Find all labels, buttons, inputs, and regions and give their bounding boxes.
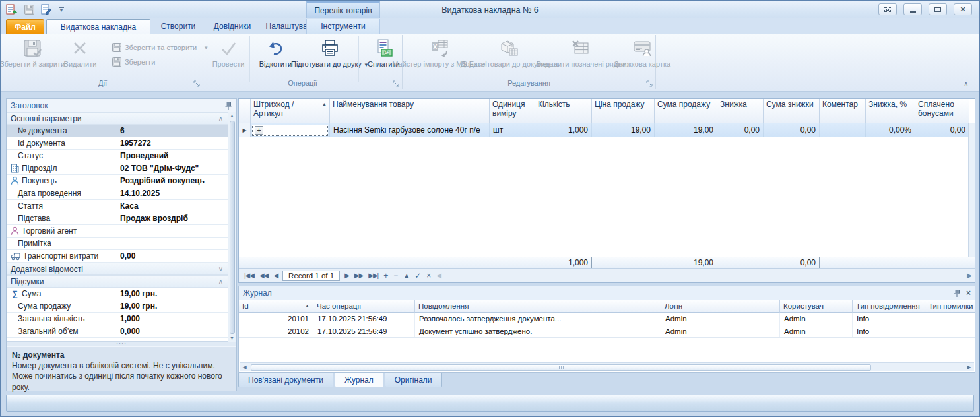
section-extra-info[interactable]: Додаткові відомості ∨ [7, 263, 236, 275]
next-page-button[interactable]: ▶▶ [352, 272, 366, 279]
dialog-launcher-icon[interactable] [646, 80, 653, 88]
field-transport-costs[interactable]: Транспортні витрати 0,00 [7, 250, 228, 263]
save-button[interactable]: Зберегти [109, 55, 211, 69]
expand-plus-icon[interactable]: + [255, 126, 263, 135]
journal-row[interactable]: 20101 17.10.2025 21:56:49 Розпочалось за… [239, 313, 975, 325]
sidebar-scrollbar[interactable]: ▲ ▼ [228, 112, 236, 342]
field-basis[interactable]: Підстава Продаж вроздріб [7, 212, 228, 225]
field-total-sum[interactable]: ∑ Сума 19,00 грн. [7, 288, 228, 300]
product-row[interactable]: ▶ + Насіння Semki гарбузове солоне 40г п… [239, 123, 975, 137]
col-barcode[interactable]: Штрихкод / Артикул▲ [251, 99, 330, 123]
comment-cell[interactable] [820, 123, 866, 137]
col-name[interactable]: Найменування товару [330, 99, 490, 123]
col-sum[interactable]: Сума продажу [655, 99, 717, 123]
field-doc-id[interactable]: Id документа 1957272 [7, 137, 228, 150]
field-sales-agent[interactable]: Торговий агент [7, 225, 228, 238]
products-vscrollbar[interactable] [968, 123, 975, 257]
post-document-icon[interactable] [5, 3, 18, 16]
discount-sum-cell[interactable]: 0,00 [764, 123, 820, 137]
delete-button[interactable]: Видалити [59, 35, 100, 79]
col-comment[interactable]: Коментар [820, 99, 866, 123]
field-value[interactable]: Роздрібний покупець [120, 176, 228, 185]
tab-tools[interactable]: Інструменти [306, 19, 380, 34]
field-total-volume[interactable]: Загальний об'єм 0,000 [7, 325, 228, 338]
journal-hscrollbar[interactable]: ◀ ▶ [240, 362, 974, 371]
sum-cell[interactable]: 19,00 [655, 123, 717, 137]
col-msg-type[interactable]: Тип повідомлення [853, 300, 925, 313]
edit-document-icon[interactable] [40, 3, 53, 16]
field-value[interactable]: 0,00 [120, 251, 228, 261]
col-discount-pct[interactable]: Знижка, % [866, 99, 915, 123]
barcode-cell[interactable]: + [252, 125, 328, 136]
maximize-button[interactable] [929, 3, 947, 15]
edit-record-button[interactable]: ▲ [401, 272, 412, 279]
col-discount-sum[interactable]: Сума знижки [764, 99, 820, 123]
scroll-thumb[interactable] [251, 364, 871, 371]
pin-icon[interactable] [953, 289, 961, 298]
scroll-right-icon[interactable]: ▶ [964, 364, 974, 370]
field-conduct-date[interactable]: Дата проведення 14.10.2025 [7, 187, 228, 200]
hscroll-left-icon[interactable]: ◀ [434, 272, 443, 279]
scroll-up-icon[interactable]: ▲ [230, 112, 234, 120]
collapse-ribbon-icon[interactable]: ∧ [964, 80, 968, 87]
field-value[interactable]: Проведений [120, 151, 228, 160]
col-qty[interactable]: Кількість [535, 99, 592, 123]
price-cell[interactable]: 19,00 [592, 123, 655, 137]
field-article[interactable]: Стаття Каса [7, 200, 228, 212]
dialog-launcher-icon[interactable] [393, 80, 400, 88]
bonuses-cell[interactable]: 0,00 [915, 123, 969, 137]
tab-invoice[interactable]: Видаткова накладна [46, 19, 150, 34]
section-main-params[interactable]: Основні параметри ∧ [7, 112, 236, 125]
save-create-button[interactable]: Зберегти та створити ▼ [109, 40, 211, 55]
col-price[interactable]: Ціна продажу [592, 99, 655, 123]
rollback-button[interactable]: Відкотити [253, 35, 298, 79]
fullscreen-button[interactable] [878, 3, 897, 15]
close-button[interactable]: × [954, 3, 972, 15]
cancel-edit-button[interactable]: × [424, 271, 434, 280]
tab-related-documents[interactable]: Пов'язані документи [238, 373, 333, 387]
delete-record-button[interactable]: − [391, 271, 401, 280]
unit-cell[interactable]: шт [490, 123, 535, 137]
product-name-cell[interactable]: Насіння Semki гарбузове солоне 40г п/е [330, 123, 490, 137]
discount-cell[interactable]: 0,00 [717, 123, 764, 137]
journal-row[interactable]: 20102 17.10.2025 21:56:49 Документ успіш… [239, 325, 975, 338]
col-login[interactable]: Логін [661, 300, 780, 313]
col-user[interactable]: Користувач [780, 300, 853, 313]
delete-rows-button[interactable]: Видалити позначені рядки [546, 35, 616, 79]
field-value[interactable]: 1957272 [120, 139, 228, 148]
field-note[interactable]: Примітка [7, 238, 228, 250]
prev-record-button[interactable]: ◀ [271, 272, 280, 279]
qat-customize-icon[interactable]: ▼ [57, 3, 66, 15]
col-unit[interactable]: Одиниця виміру [490, 99, 535, 123]
tab-journal[interactable]: Журнал [335, 373, 383, 387]
col-op-time[interactable]: Час операції [313, 300, 415, 313]
col-discount[interactable]: Знижка [717, 99, 764, 123]
qty-cell[interactable]: 1,000 [535, 123, 592, 137]
pay-button[interactable]: $ Сплатити [362, 35, 405, 79]
col-id[interactable]: Id▲ [239, 300, 313, 313]
save-close-button[interactable]: Зберегти й закрити [8, 35, 57, 79]
scroll-left-icon[interactable]: ◀ [240, 364, 249, 370]
field-value[interactable]: Каса [120, 201, 228, 210]
field-value[interactable]: 02 ТОВ "Дрім-Фудс" [120, 164, 228, 173]
prev-page-button[interactable]: ◀◀ [257, 272, 271, 279]
first-record-button[interactable]: |◀◀ [242, 272, 257, 279]
splitter-handle[interactable]: ···· [7, 341, 236, 346]
post-edit-button[interactable]: ✓ [412, 271, 424, 280]
conduct-button[interactable]: Провести [207, 35, 249, 79]
last-record-button[interactable]: ▶▶| [366, 272, 381, 279]
field-status[interactable]: Статус Проведений [7, 150, 228, 162]
minimize-button[interactable] [903, 3, 922, 15]
field-sale-sum[interactable]: Сума продажу 19,00 грн. [7, 300, 228, 313]
close-panel-icon[interactable]: × [966, 288, 971, 298]
scroll-down-icon[interactable]: ▼ [230, 335, 234, 342]
tab-originals[interactable]: Оригінали [385, 373, 442, 387]
save-icon[interactable] [22, 3, 36, 16]
col-bonuses[interactable]: Сплачено бонусами [915, 99, 969, 123]
add-products-button[interactable]: Додати товари до документа [475, 35, 542, 79]
field-value[interactable]: 6 [120, 126, 228, 135]
next-record-button[interactable]: ▶ [342, 272, 352, 279]
field-department[interactable]: Підрозділ 02 ТОВ "Дрім-Фудс" [7, 162, 228, 175]
append-record-button[interactable]: + [381, 271, 391, 280]
scroll-thumb[interactable] [230, 121, 235, 334]
